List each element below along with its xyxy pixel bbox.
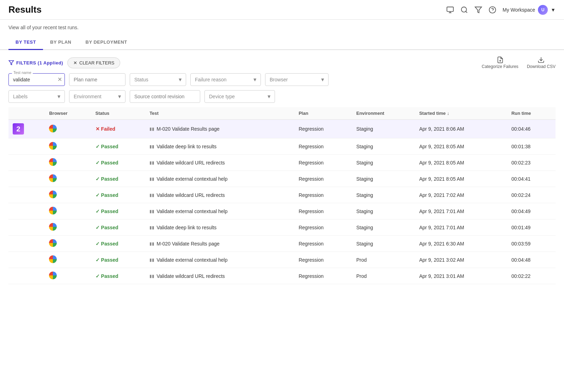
- runtime-cell: 00:02:23: [507, 155, 556, 171]
- row-num-cell: [8, 187, 45, 203]
- chrome-icon: [49, 207, 57, 214]
- status-failed[interactable]: ✕ Failed: [96, 126, 141, 132]
- test-name[interactable]: Validate external contextual help: [157, 176, 227, 182]
- download-icon: [538, 56, 545, 63]
- download-csv-button[interactable]: Download CSV: [527, 56, 556, 69]
- test-cell: ▮▮Validate external contextual help: [145, 252, 294, 268]
- check-icon: ✓: [96, 192, 100, 198]
- status-passed[interactable]: ✓ Passed: [96, 225, 141, 230]
- row-num-cell: [8, 138, 45, 155]
- runtime-cell: 00:02:24: [507, 187, 556, 203]
- plan-cell: Regression: [294, 252, 352, 268]
- test-name[interactable]: Validate wildcard URL redirects: [157, 273, 225, 279]
- failure-reason-select[interactable]: Failure reason: [190, 73, 261, 86]
- test-cell: ▮▮Validate deep link to results: [145, 219, 294, 236]
- col-browser: Browser: [45, 107, 91, 120]
- search-icon[interactable]: [460, 6, 468, 14]
- test-name[interactable]: M-020 Validate Results page: [157, 241, 220, 247]
- test-name[interactable]: M-020 Validate Results page: [157, 126, 220, 132]
- status-cell[interactable]: ✓ Passed: [91, 155, 146, 171]
- status-cell[interactable]: ✓ Passed: [91, 171, 146, 187]
- status-cell[interactable]: ✓ Passed: [91, 236, 146, 252]
- chrome-icon: [49, 174, 57, 182]
- environment-cell: Staging: [352, 120, 415, 138]
- clear-filters-button[interactable]: ✕ CLEAR FILTERS: [67, 57, 120, 68]
- plan-cell: Regression: [294, 155, 352, 171]
- col-started[interactable]: Started time ↓: [415, 107, 507, 120]
- runtime-cell: 00:04:46: [507, 120, 556, 138]
- status-cell[interactable]: ✕ Failed: [91, 120, 146, 138]
- plan-cell: Regression: [294, 268, 352, 284]
- chrome-icon: [49, 255, 57, 263]
- table-row: ✓ Passed▮▮M-020 Validate Results pageReg…: [8, 236, 556, 252]
- test-cell: ▮▮Validate wildcard URL redirects: [145, 187, 294, 203]
- test-name-filter: Test name ✕: [8, 73, 65, 86]
- browser-select[interactable]: Browser: [265, 73, 329, 86]
- status-cell[interactable]: ✓ Passed: [91, 138, 146, 155]
- test-name[interactable]: Validate deep link to results: [157, 144, 216, 149]
- results-table-wrap: Browser Status Test Plan Environment Sta…: [0, 107, 564, 284]
- browser-cell: [45, 171, 91, 187]
- tab-by-plan[interactable]: BY PLAN: [43, 36, 78, 50]
- tab-by-deployment[interactable]: BY DEPLOYMENT: [79, 36, 134, 50]
- help-icon[interactable]: [489, 6, 496, 14]
- x-icon: ✕: [96, 126, 100, 132]
- runtime-cell: 00:03:59: [507, 236, 556, 252]
- status-passed[interactable]: ✓ Passed: [96, 144, 141, 149]
- workspace-button[interactable]: My Workspace U ▼: [503, 5, 556, 15]
- test-name-input[interactable]: [8, 73, 65, 86]
- col-status: Status: [91, 107, 146, 120]
- status-passed[interactable]: ✓ Passed: [96, 160, 141, 166]
- test-file-icon: ▮▮: [149, 126, 154, 131]
- labels-select[interactable]: Labels: [8, 90, 65, 103]
- table-row: ✓ Passed▮▮Validate wildcard URL redirect…: [8, 187, 556, 203]
- test-cell: ▮▮Validate wildcard URL redirects: [145, 155, 294, 171]
- plan-name-input[interactable]: [69, 73, 125, 86]
- page-title: Results: [8, 4, 42, 15]
- status-passed[interactable]: ✓ Passed: [96, 209, 141, 214]
- workspace-chevron-icon: ▼: [551, 7, 556, 13]
- environment-cell: Staging: [352, 203, 415, 219]
- test-name-clear-icon[interactable]: ✕: [57, 77, 62, 82]
- test-file-icon: ▮▮: [149, 241, 154, 246]
- status-passed[interactable]: ✓ Passed: [96, 192, 141, 198]
- source-control-input[interactable]: [130, 90, 200, 103]
- started-cell: Apr 9, 2021 8:05 AM: [415, 171, 507, 187]
- tab-by-test[interactable]: BY TEST: [8, 36, 43, 50]
- started-cell: Apr 9, 2021 8:05 AM: [415, 138, 507, 155]
- status-select[interactable]: Status: [130, 73, 186, 86]
- plan-cell: Regression: [294, 236, 352, 252]
- monitor-icon[interactable]: [446, 6, 454, 14]
- status-passed[interactable]: ✓ Passed: [96, 241, 141, 247]
- status-cell[interactable]: ✓ Passed: [91, 268, 146, 284]
- status-passed[interactable]: ✓ Passed: [96, 273, 141, 279]
- page-header: Results My Workspace U ▼: [0, 0, 564, 20]
- browser-filter: Browser ▼: [265, 73, 329, 86]
- test-name[interactable]: Validate external contextual help: [157, 257, 227, 263]
- test-name[interactable]: Validate deep link to results: [157, 225, 216, 230]
- device-type-select[interactable]: Device type: [204, 90, 275, 103]
- check-icon: ✓: [96, 209, 100, 214]
- status-passed[interactable]: ✓ Passed: [96, 176, 141, 182]
- svg-marker-8: [9, 61, 13, 65]
- row-num-cell: 2: [8, 120, 45, 138]
- browser-cell: [45, 120, 91, 138]
- status-cell[interactable]: ✓ Passed: [91, 219, 146, 236]
- table-row: ✓ Passed▮▮Validate deep link to resultsR…: [8, 138, 556, 155]
- started-cell: Apr 9, 2021 3:02 AM: [415, 252, 507, 268]
- filter-icon[interactable]: [474, 6, 482, 14]
- status-cell[interactable]: ✓ Passed: [91, 252, 146, 268]
- test-name[interactable]: Validate wildcard URL redirects: [157, 160, 225, 166]
- status-filter: Status ▼: [130, 73, 186, 86]
- test-name[interactable]: Validate external contextual help: [157, 209, 227, 214]
- svg-point-3: [461, 7, 467, 12]
- plan-cell: Regression: [294, 187, 352, 203]
- environment-select[interactable]: Environment: [69, 90, 125, 103]
- status-passed[interactable]: ✓ Passed: [96, 257, 141, 263]
- status-cell[interactable]: ✓ Passed: [91, 203, 146, 219]
- svg-marker-5: [475, 7, 482, 13]
- status-cell[interactable]: ✓ Passed: [91, 187, 146, 203]
- test-name[interactable]: Validate wildcard URL redirects: [157, 192, 225, 198]
- categorize-failures-button[interactable]: Categorize Failures: [482, 56, 519, 69]
- check-icon: ✓: [96, 176, 100, 182]
